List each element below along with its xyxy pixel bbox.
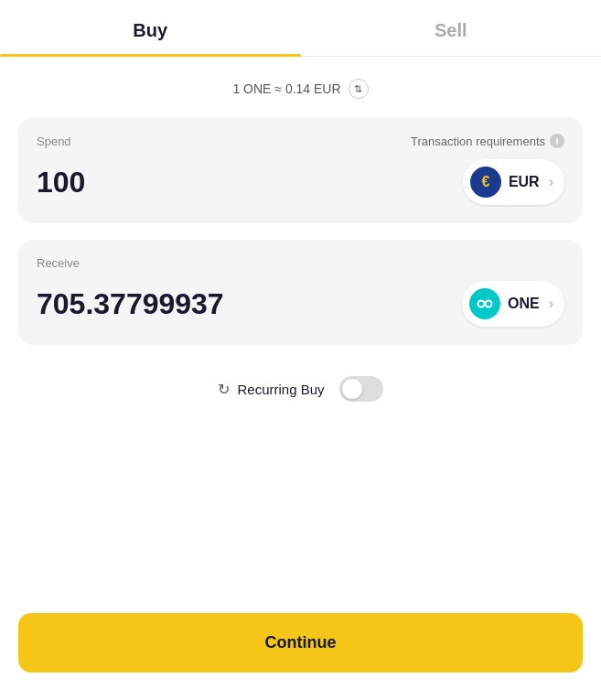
recurring-buy-row: ↻ Recurring Buy — [0, 361, 601, 424]
exchange-rate-text: 1 ONE ≈ 0.14 EUR — [232, 81, 340, 96]
spend-amount[interactable]: 100 — [37, 166, 85, 199]
eur-icon: € — [470, 167, 501, 198]
recurring-toggle[interactable] — [339, 376, 383, 402]
info-icon[interactable]: i — [550, 134, 564, 148]
spend-currency-selector[interactable]: € EUR › — [463, 159, 564, 205]
spend-label: Spend — [37, 135, 71, 148]
receive-currency-selector[interactable]: ONE › — [462, 281, 564, 327]
continue-button[interactable]: Continue — [18, 613, 583, 673]
svg-point-0 — [478, 301, 485, 307]
receive-chevron-icon: › — [549, 296, 553, 312]
spend-chevron-icon: › — [549, 174, 553, 190]
one-icon — [469, 288, 500, 319]
spend-card: Spend Transaction requirements i 100 € E… — [18, 117, 583, 223]
recurring-icon: ↻ — [218, 381, 230, 398]
receive-card-header: Receive — [37, 256, 564, 270]
tab-sell[interactable]: Sell — [301, 0, 602, 56]
tab-bar: Buy Sell — [0, 0, 601, 57]
receive-card: Receive 705.37799937 ONE › — [18, 240, 583, 345]
spend-card-header: Spend Transaction requirements i — [37, 134, 564, 148]
recurring-buy-text: Recurring Buy — [237, 382, 324, 397]
recurring-buy-label: ↻ Recurring Buy — [218, 381, 324, 398]
receive-currency-name: ONE — [508, 296, 540, 312]
spend-card-row: 100 € EUR › — [37, 159, 564, 205]
receive-amount: 705.37799937 — [37, 287, 224, 321]
swap-icon[interactable]: ⇅ — [349, 79, 369, 99]
exchange-rate-row: 1 ONE ≈ 0.14 EUR ⇅ — [0, 57, 601, 117]
spend-currency-name: EUR — [509, 174, 540, 190]
receive-card-row: 705.37799937 ONE › — [37, 281, 564, 327]
tab-buy[interactable]: Buy — [0, 0, 301, 56]
requirements-label: Transaction requirements — [411, 135, 545, 148]
transaction-requirements[interactable]: Transaction requirements i — [411, 134, 564, 148]
svg-point-1 — [486, 301, 492, 307]
receive-label: Receive — [37, 256, 80, 270]
